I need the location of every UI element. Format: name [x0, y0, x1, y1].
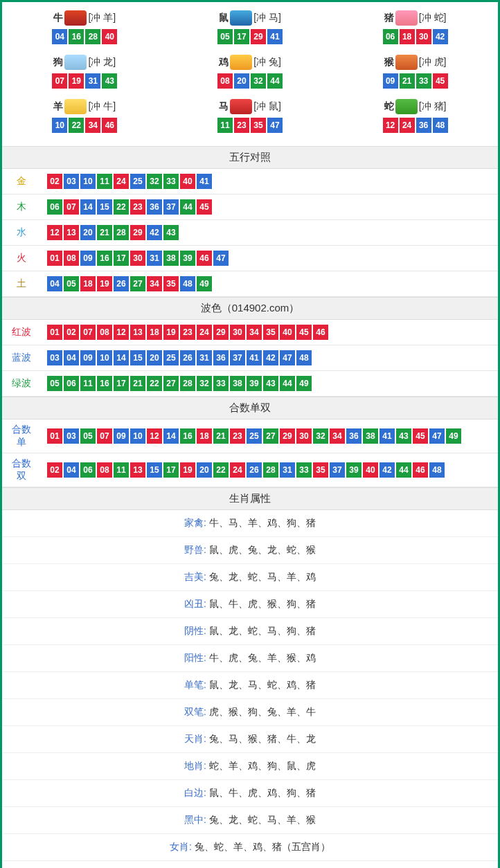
- number-ball: 20: [197, 462, 212, 478]
- zodiac-cell: 羊[冲 牛]10223446: [2, 96, 168, 141]
- number-ball: 22: [114, 199, 129, 215]
- number-ball: 02: [64, 325, 79, 340]
- row-label: 土: [2, 271, 41, 297]
- number-ball: 07: [52, 73, 67, 89]
- number-ball: 05: [217, 29, 233, 44]
- table-row: 火0108091617303138394647: [2, 246, 498, 271]
- number-ball: 04: [64, 350, 79, 365]
- goat-icon: [64, 99, 87, 114]
- number-ball: 43: [263, 376, 278, 391]
- number-ball: 44: [280, 376, 295, 391]
- attr-key: 天肖:: [184, 733, 206, 744]
- attr-value: 鼠、龙、马、蛇、鸡、猪: [206, 679, 316, 690]
- row-label: 金: [2, 169, 41, 195]
- number-ball: 09: [80, 251, 96, 266]
- attr-value: 鼠、龙、蛇、马、狗、猪: [206, 625, 316, 636]
- number-ball: 14: [80, 199, 96, 215]
- number-ball: 20: [234, 73, 249, 89]
- number-ball: 30: [130, 251, 145, 266]
- number-ball: 43: [396, 428, 411, 444]
- number-ball: 13: [64, 225, 79, 240]
- zodiac-chong: [冲 羊]: [88, 12, 116, 23]
- zodiac-cell: 牛[冲 羊]04162840: [2, 8, 168, 52]
- number-ball: 09: [114, 428, 129, 444]
- number-ball: 04: [47, 276, 62, 291]
- attr-row: 白边: 鼠、牛、虎、鸡、狗、猪: [2, 780, 498, 807]
- number-ball: 44: [180, 199, 195, 215]
- number-ball: 05: [80, 428, 96, 444]
- number-ball: 28: [85, 29, 100, 44]
- number-ball: 49: [446, 428, 461, 444]
- number-ball: 09: [383, 73, 398, 89]
- number-ball: 29: [251, 29, 266, 44]
- number-ball: 35: [251, 118, 266, 133]
- number-ball: 26: [114, 276, 129, 291]
- number-ball: 44: [267, 73, 283, 89]
- number-ball: 38: [230, 376, 245, 391]
- attr-value: 鼠、牛、虎、鸡、狗、猪: [206, 787, 316, 798]
- number-ball: 04: [64, 462, 79, 478]
- number-ball: 27: [163, 376, 179, 391]
- zodiac-name: 蛇: [384, 100, 394, 111]
- zodiac-chong: [冲 虎]: [419, 56, 447, 67]
- number-ball: 31: [197, 350, 212, 365]
- number-ball: 19: [163, 325, 179, 340]
- number-ball: 01: [47, 428, 62, 444]
- number-ball: 18: [197, 428, 212, 444]
- number-ball: 10: [80, 174, 96, 189]
- number-ball: 26: [247, 462, 262, 478]
- zodiac-name: 猪: [384, 12, 394, 23]
- row-label: 水: [2, 220, 41, 246]
- number-ball: 23: [130, 199, 145, 215]
- row-numbers: 05061116172122272832333839434449: [41, 371, 498, 397]
- row-numbers: 04051819262734354849: [41, 271, 498, 297]
- number-ball: 23: [180, 325, 195, 340]
- number-ball: 04: [52, 29, 67, 44]
- number-ball: 06: [64, 376, 79, 391]
- number-ball: 18: [147, 325, 162, 340]
- number-ball: 29: [213, 325, 229, 340]
- zodiac-cell: 鼠[冲 马]05172941: [168, 8, 333, 52]
- monkey-icon: [395, 55, 418, 70]
- number-ball: 28: [180, 376, 195, 391]
- number-ball: 12: [383, 118, 398, 133]
- zodiac-name: 猴: [384, 56, 394, 67]
- number-ball: 03: [47, 350, 62, 365]
- attr-key: 阴性:: [184, 625, 206, 636]
- number-ball: 10: [130, 428, 145, 444]
- number-ball: 21: [97, 225, 112, 240]
- number-ball: 48: [296, 350, 312, 365]
- number-ball: 38: [163, 251, 179, 266]
- number-ball: 23: [230, 428, 245, 444]
- number-ball: 31: [147, 251, 162, 266]
- number-ball: 13: [130, 325, 145, 340]
- number-ball: 10: [97, 350, 112, 365]
- attr-row: 单笔: 鼠、龙、马、蛇、鸡、猪: [2, 672, 498, 699]
- table-row: 红波0102070812131819232429303435404546: [2, 320, 498, 345]
- zodiac-numbers: 10223446: [2, 117, 168, 134]
- attr-row: 阴性: 鼠、龙、蛇、马、狗、猪: [2, 618, 498, 645]
- number-ball: 16: [97, 376, 112, 391]
- number-ball: 40: [280, 325, 295, 340]
- number-ball: 16: [97, 251, 112, 266]
- number-ball: 22: [69, 118, 84, 133]
- number-ball: 36: [147, 199, 162, 215]
- number-ball: 41: [267, 29, 283, 44]
- zodiac-name: 牛: [53, 12, 63, 23]
- number-ball: 15: [97, 199, 112, 215]
- zodiac-numbers: 07193143: [2, 73, 168, 89]
- number-ball: 42: [380, 462, 395, 478]
- number-ball: 30: [416, 29, 431, 44]
- rooster-icon: [230, 55, 252, 70]
- number-ball: 28: [114, 225, 129, 240]
- attr-list: 家禽: 牛、马、羊、鸡、狗、猪野兽: 鼠、虎、兔、龙、蛇、猴吉美: 兔、龙、蛇、…: [2, 510, 498, 868]
- number-ball: 12: [47, 225, 62, 240]
- number-ball: 14: [163, 428, 179, 444]
- row-label: 蓝波: [2, 345, 41, 371]
- number-ball: 17: [114, 251, 129, 266]
- zodiac-chong: [冲 鼠]: [253, 100, 281, 111]
- attr-value: 牛、马、羊、鸡、狗、猪: [206, 517, 316, 528]
- zodiac-chong: [冲 龙]: [88, 56, 116, 67]
- attr-row: 男肖: 鼠、牛、虎、龙、马、猴、狗: [2, 861, 498, 868]
- row-numbers: 0103050709101214161821232527293032343638…: [41, 419, 498, 453]
